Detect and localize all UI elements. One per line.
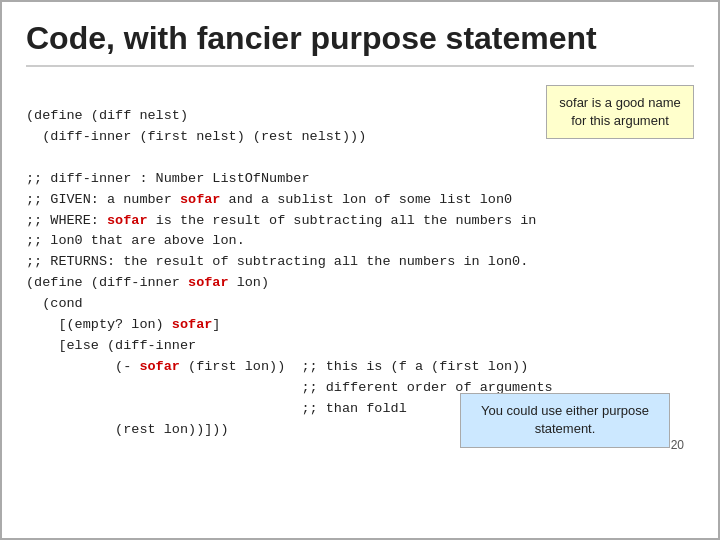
code-comment-3b: is the result of subtracting all the num… [148,213,537,228]
code-comment-4: ;; lon0 that are above lon. [26,233,245,248]
content-area: sofar is a good name for this argument (… [26,85,694,462]
code-define-inner: (define (diff-inner [26,275,188,290]
code-comment-3: ;; WHERE: [26,213,107,228]
slide-title: Code, with fancier purpose statement [26,20,694,67]
code-comment-2: ;; GIVEN: a number [26,192,180,207]
code-comment-2b: and a sublist lon of some list lon0 [220,192,512,207]
tooltip-text: sofar is a good name for this argument [559,95,680,128]
page-number: 20 [671,438,684,452]
code-sofar-5: sofar [139,359,180,374]
code-comment-1: ;; diff-inner : Number ListOfNumber [26,171,310,186]
slide: Code, with fancier purpose statement sof… [0,0,720,540]
code-comment-5: ;; RETURNS: the result of subtracting al… [26,254,528,269]
code-sofar-1: sofar [180,192,221,207]
code-sofar-2: sofar [107,213,148,228]
bottom-note-text: You could use either purpose statement. [481,403,649,436]
code-sofar-4: sofar [172,317,213,332]
code-sofar-3: sofar [188,275,229,290]
tooltip-box: sofar is a good name for this argument [546,85,694,139]
code-define-header: (define (diff nelst) (diff-inner (first … [26,108,366,144]
bottom-note: You could use either purpose statement. [460,393,670,447]
